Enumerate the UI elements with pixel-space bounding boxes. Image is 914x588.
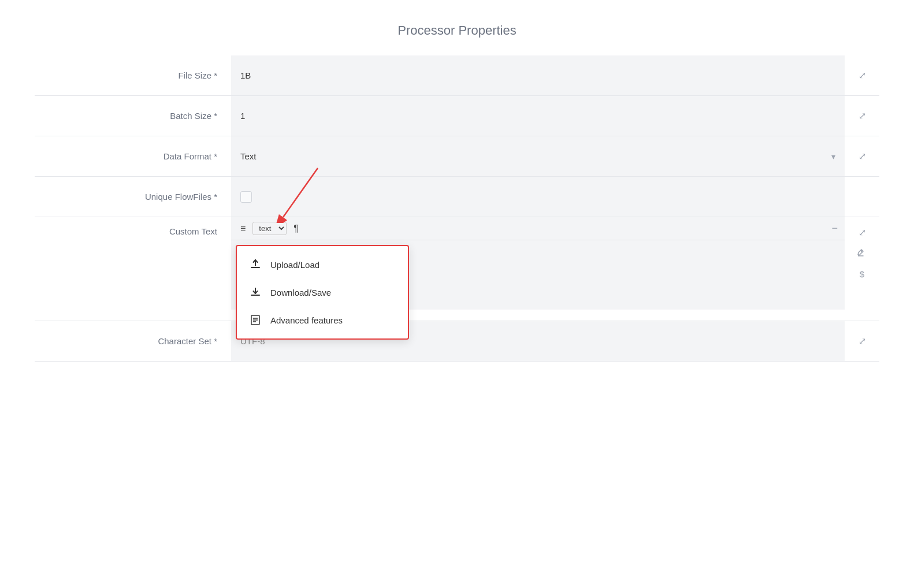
character-set-row: Character Set * UTF-8 ⤢ — [35, 321, 879, 362]
batch-size-row: Batch Size * 1 ⤢ — [35, 96, 879, 136]
upload-load-label: Upload/Load — [270, 260, 319, 270]
unique-flowfiles-value — [231, 177, 845, 217]
custom-text-dropdown-menu: Upload/Load Download/Save — [236, 245, 409, 340]
character-set-expand-icon[interactable]: ⤢ — [854, 333, 870, 349]
download-save-label: Download/Save — [270, 288, 331, 297]
unique-flowfiles-checkbox[interactable] — [240, 191, 252, 203]
unique-flowfiles-actions — [845, 177, 879, 217]
svg-rect-2 — [251, 267, 260, 268]
editor-toolbar: ≡ text html ¶ − — [231, 217, 845, 240]
upload-load-item[interactable]: Upload/Load — [237, 251, 408, 278]
batch-size-expand-icon[interactable]: ⤢ — [854, 108, 870, 124]
toolbar-paragraph-button[interactable]: ¶ — [291, 222, 301, 235]
data-format-row: Data Format * Text ▾ ⤢ — [35, 136, 879, 177]
custom-text-actions: ⤢ $ — [845, 217, 879, 282]
batch-size-actions: ⤢ — [845, 96, 879, 136]
data-format-label: Data Format * — [35, 136, 231, 176]
properties-table: File Size * 1B ⤢ Batch Size * 1 ⤢ Da — [35, 55, 879, 362]
advanced-features-item[interactable]: Advanced features — [237, 306, 408, 334]
unique-flowfiles-label: Unique FlowFiles * — [35, 177, 231, 217]
file-size-value: 1B — [231, 55, 845, 95]
data-format-expand-icon[interactable]: ⤢ — [854, 148, 870, 165]
custom-text-dollar-icon[interactable]: $ — [854, 266, 870, 282]
custom-text-row: Custom Text ≡ tex — [35, 217, 879, 321]
file-size-row: File Size * 1B ⤢ — [35, 55, 879, 96]
custom-text-expand-icon[interactable]: ⤢ — [854, 224, 870, 240]
page-container: Processor Properties File Size * 1B ⤢ Ba… — [0, 0, 914, 385]
toolbar-format-select[interactable]: text html — [252, 222, 287, 235]
custom-text-eraser-icon[interactable] — [854, 245, 870, 261]
download-save-item[interactable]: Download/Save — [237, 278, 408, 306]
upload-icon — [248, 259, 262, 270]
unique-flowfiles-row: Unique FlowFiles * — [35, 177, 879, 217]
download-icon — [248, 286, 262, 298]
data-format-value[interactable]: Text ▾ — [231, 136, 845, 176]
data-format-dropdown-arrow: ▾ — [831, 152, 835, 161]
svg-rect-3 — [251, 295, 260, 296]
data-format-actions: ⤢ — [845, 136, 879, 176]
batch-size-label: Batch Size * — [35, 96, 231, 136]
advanced-features-icon — [248, 314, 262, 326]
toolbar-minus-icon: − — [831, 222, 838, 235]
custom-text-editor: ≡ text html ¶ − — [231, 217, 845, 310]
file-size-actions: ⤢ — [845, 55, 879, 95]
character-set-label: Character Set * — [35, 321, 231, 361]
file-size-expand-icon[interactable]: ⤢ — [854, 68, 870, 84]
page-title: Processor Properties — [35, 23, 879, 38]
advanced-features-label: Advanced features — [270, 315, 343, 325]
file-size-label: File Size * — [35, 55, 231, 95]
custom-text-label: Custom Text — [35, 217, 231, 236]
character-set-actions: ⤢ — [845, 321, 879, 361]
toolbar-menu-button[interactable]: ≡ — [238, 222, 248, 235]
batch-size-value: 1 — [231, 96, 845, 136]
